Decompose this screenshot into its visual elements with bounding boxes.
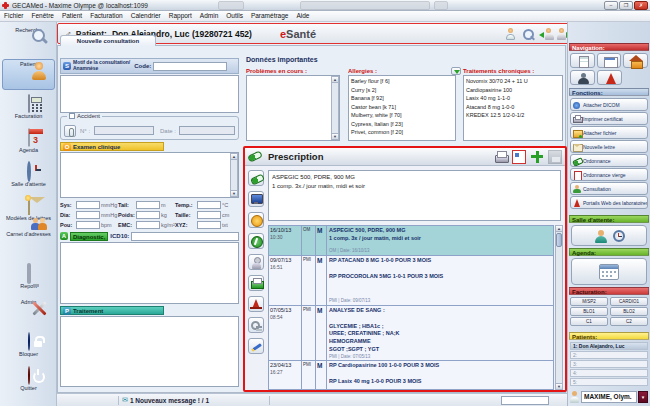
- keys-tool-button[interactable]: [248, 317, 264, 333]
- search-patient-button[interactable]: [521, 27, 535, 41]
- nav-lab-button[interactable]: [597, 70, 622, 85]
- ordonnance-vierge-button[interactable]: Ordonnance vierge: [570, 168, 648, 181]
- menu-item-rapport[interactable]: Rapport: [165, 11, 196, 21]
- coin-tool-button[interactable]: [248, 212, 264, 228]
- dia-input[interactable]: [76, 211, 100, 219]
- prescription-row[interactable]: 07/05/1308:54 PMI M ANALYSE DE SANG : GL…: [269, 306, 553, 361]
- consultation-button[interactable]: Consultation: [570, 182, 648, 195]
- close-button[interactable]: ✗: [634, 1, 648, 10]
- code-input[interactable]: [153, 62, 227, 71]
- patient-slot-4[interactable]: 4:: [570, 369, 648, 377]
- new-message-status[interactable]: 1 Nouveaux message ! / 1: [130, 397, 209, 404]
- attacher-fichier-button[interactable]: Attacher fichier: [570, 126, 648, 139]
- menu-item-fenetre[interactable]: Fenêtre: [28, 11, 58, 21]
- printer-tool-button[interactable]: [248, 275, 264, 291]
- allergy-item[interactable]: Privet, common [f 20]: [351, 128, 453, 137]
- prescription-row[interactable]: 23/04/1316:27 PMI M RP Cardiopasirine 10…: [269, 361, 553, 390]
- statusbar-input[interactable]: [501, 396, 549, 405]
- temp-input[interactable]: [197, 201, 221, 209]
- nouvelle-lettre-button[interactable]: Nouvelle lettre: [570, 140, 648, 153]
- menu-item-outils[interactable]: Outils: [222, 11, 247, 21]
- fact-msp2-button[interactable]: M/SP2: [570, 297, 608, 306]
- xyz-input[interactable]: [197, 221, 221, 229]
- fact-blo1-button[interactable]: BLO1: [570, 307, 608, 316]
- agenda-button[interactable]: [571, 258, 647, 285]
- problemes-scrollbar[interactable]: ▲ ▼: [331, 76, 339, 140]
- sidebar-item-salle-attente[interactable]: Salle d'attente: [2, 161, 55, 192]
- tab-nouvelle-consultation[interactable]: Nouvelle consultation: [60, 35, 156, 46]
- tail-input[interactable]: [136, 201, 160, 209]
- prescription-editor[interactable]: ASPEGIC 500, PDRE, 900 MG 1 comp. 3x./ j…: [268, 170, 561, 221]
- chronique-item[interactable]: Cardiopasirine 100: [466, 86, 560, 95]
- accident-checkbox-row[interactable]: Accident: [67, 113, 102, 119]
- anamnese-textarea[interactable]: [60, 75, 239, 113]
- chronique-item[interactable]: Novomix 30/70 24 + 11 U: [466, 77, 560, 86]
- nav-card-button[interactable]: [597, 53, 622, 68]
- chroniques-listbox[interactable]: Novomix 30/70 24 + 11 U Cardiopasirine 1…: [463, 75, 563, 141]
- allergy-item[interactable]: Castor bean [k 71]: [351, 103, 453, 112]
- menu-item-fichier[interactable]: Fichier: [0, 11, 28, 21]
- sidebar-item-bloquer[interactable]: Bloquer: [2, 331, 55, 362]
- patient-slot-1[interactable]: 1: Don Alejandro, Luc: [570, 342, 648, 350]
- chronique-item[interactable]: Atacand 8 mg 1-0-0: [466, 103, 560, 112]
- scrollbar-thumb[interactable]: [556, 233, 562, 247]
- pou-input[interactable]: [76, 221, 100, 229]
- sidebar-item-report[interactable]: Report: [2, 263, 55, 294]
- user-select[interactable]: MAXIME, Olym.: [581, 391, 637, 403]
- menu-item-patient[interactable]: Patient: [58, 11, 86, 21]
- menu-item-parametrage[interactable]: Paramétrage: [247, 11, 293, 21]
- doctor-icon-button[interactable]: [503, 27, 517, 41]
- print-prescription-button[interactable]: [494, 150, 508, 164]
- patient-slot-2[interactable]: 2:: [570, 351, 648, 359]
- allergy-item[interactable]: Cypress, Italian [f 23]: [351, 120, 453, 129]
- previous-patient-button[interactable]: [539, 27, 553, 41]
- menu-item-calendrier[interactable]: Calendrier: [127, 11, 165, 21]
- lab-tool-button[interactable]: [248, 296, 264, 312]
- salle-attente-button[interactable]: [571, 225, 647, 246]
- examen-textarea[interactable]: ▲ ▼: [60, 152, 239, 198]
- screen-tool-button[interactable]: [248, 191, 264, 207]
- diagnostic-textarea[interactable]: [60, 242, 239, 304]
- examen-scrollbar[interactable]: ▲ ▼: [230, 153, 238, 197]
- menu-item-facturation[interactable]: Facturation: [86, 11, 127, 21]
- patient-slot-3[interactable]: 3:: [570, 360, 648, 368]
- chronique-item[interactable]: Lasix 40 mg 1-1-0: [466, 94, 560, 103]
- sidebar-item-recherche[interactable]: Recherche: [2, 25, 55, 56]
- taille-input[interactable]: [197, 211, 221, 219]
- prescription-row[interactable]: 16/10/1310:30 OM M ASPEGIC 500, PDRE, 90…: [269, 226, 553, 256]
- allergy-item[interactable]: Banana [f 92]: [351, 94, 453, 103]
- add-prescription-button[interactable]: [530, 150, 544, 164]
- restore-button[interactable]: ❐: [619, 1, 633, 10]
- sys-input[interactable]: [76, 201, 100, 209]
- sidebar-item-admin[interactable]: Admin: [2, 297, 55, 328]
- poids-input[interactable]: [136, 211, 160, 219]
- nav-person-button[interactable]: [570, 70, 595, 85]
- activity-tool-button[interactable]: [248, 233, 264, 249]
- chronique-item[interactable]: KREDEX 12.5 1/2-0-1/2: [466, 111, 560, 120]
- nav-document-button[interactable]: [570, 53, 595, 68]
- icd10-input[interactable]: [131, 232, 239, 241]
- fact-c2-button[interactable]: C2: [610, 317, 648, 326]
- allergy-item[interactable]: Curry [s 2]: [351, 86, 453, 95]
- sidebar-item-modeles-lettres[interactable]: Modèles de lettres: [2, 195, 55, 226]
- fact-cardio1-button[interactable]: CARDIO1: [610, 297, 648, 306]
- sidebar-item-quitter[interactable]: Quitter: [2, 365, 55, 396]
- allergy-item[interactable]: Barley flour [f 6]: [351, 77, 453, 86]
- fact-blo2-button[interactable]: BLO2: [610, 307, 648, 316]
- menu-item-admin[interactable]: Admin: [196, 11, 222, 21]
- paperclip-icon-button[interactable]: [64, 125, 76, 137]
- imprimer-certificat-button[interactable]: Imprimer certificat: [570, 112, 648, 125]
- accident-checkbox[interactable]: [69, 113, 75, 119]
- minimize-button[interactable]: –: [604, 1, 618, 10]
- patient-slot-5[interactable]: 5:: [570, 378, 648, 386]
- traitement-textarea[interactable]: [60, 316, 239, 387]
- person-tool-button[interactable]: [248, 254, 264, 270]
- prescription-scrollbar[interactable]: ▲ ▼: [555, 225, 563, 390]
- portails-web-laboratoires-button[interactable]: Portails Web des laboratoires: [570, 196, 648, 209]
- sidebar-item-carnet-adresses[interactable]: Carnet d'adresses: [2, 229, 55, 260]
- pen-tool-button[interactable]: [248, 338, 264, 354]
- attacher-dicom-button[interactable]: Attacher DICOM: [570, 98, 648, 111]
- preview-prescription-button[interactable]: [512, 150, 526, 164]
- prescription-row[interactable]: 09/07/1316:51 PMI M RP ATACAND 8 MG 1-0-…: [269, 256, 553, 306]
- nav-home-button[interactable]: [623, 53, 648, 68]
